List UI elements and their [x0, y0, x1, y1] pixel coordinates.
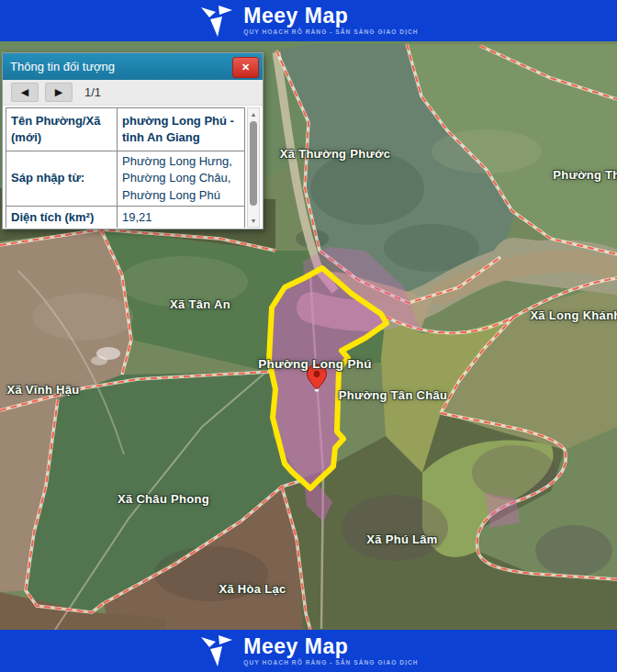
- row-label: Tên Phường/Xã (mới): [6, 108, 118, 151]
- terrain-patch: [342, 495, 448, 561]
- prev-page-button[interactable]: ◀: [11, 83, 39, 102]
- next-page-button[interactable]: ▶: [45, 83, 73, 102]
- brand-tagline: QUY HOẠCH RÕ RÀNG - SẴN SÀNG GIAO DỊCH: [243, 660, 418, 666]
- scroll-up-icon[interactable]: ▲: [248, 109, 259, 119]
- object-info-popup: Thông tin đối tượng ✕ ◀ ▶ 1/1 Tên Phường…: [2, 52, 264, 230]
- row-value: 19,21: [118, 207, 245, 228]
- row-label: Sáp nhập từ:: [6, 151, 118, 207]
- table-scrollbar[interactable]: ▲ ▼: [247, 107, 260, 228]
- popup-title: Thông tin đối tượng: [3, 60, 115, 73]
- meey-map-logo-icon: [198, 4, 235, 39]
- object-info-table: Tên Phường/Xã (mới) phường Long Phú - tỉ…: [6, 107, 245, 228]
- row-value: phường Long Phú - tỉnh An Giang: [118, 108, 245, 151]
- terrain-patch: [119, 256, 248, 308]
- meey-map-logo[interactable]: Meey Map QUY HOẠCH RÕ RÀNG - SẴN SÀNG GI…: [198, 4, 418, 39]
- popup-header: Thông tin đối tượng ✕: [3, 53, 263, 80]
- page-indicator: 1/1: [84, 85, 101, 99]
- terrain-patch: [310, 151, 424, 225]
- meey-map-app: { "header": { "brand": "Meey Map", "tagl…: [0, 0, 617, 672]
- terrain-patch: [154, 546, 268, 601]
- footer-bar: Meey Map QUY HOẠCH RÕ RÀNG - SẴN SÀNG GI…: [0, 630, 617, 672]
- row-label: Diện tích (km²): [6, 207, 118, 228]
- terrain-patch: [432, 129, 542, 174]
- terrain-patch: [535, 525, 612, 577]
- meey-map-logo-icon: [198, 633, 235, 668]
- terrain-patch: [472, 445, 556, 500]
- scroll-down-icon[interactable]: ▼: [248, 216, 259, 226]
- close-icon[interactable]: ✕: [232, 57, 259, 78]
- meey-map-logo-footer[interactable]: Meey Map QUY HOẠCH RÕ RÀNG - SẴN SÀNG GI…: [198, 633, 418, 668]
- brand-name: Meey Map: [243, 6, 348, 27]
- highlight-wash-east: [485, 493, 520, 528]
- header-bar: Meey Map QUY HOẠCH RÕ RÀNG - SẴN SÀNG GI…: [0, 0, 617, 41]
- cloud: [91, 356, 107, 365]
- brand-tagline: QUY HOẠCH RÕ RÀNG - SẴN SÀNG GIAO DỊCH: [243, 29, 418, 36]
- table-row: Sáp nhập từ: Phường Long Hưng, Phường Lo…: [6, 151, 245, 207]
- popup-table-wrap: Tên Phường/Xã (mới) phường Long Phú - tỉ…: [6, 107, 260, 228]
- table-row: Diện tích (km²) 19,21: [6, 207, 245, 228]
- terrain-patch: [32, 293, 133, 341]
- table-row: Tên Phường/Xã (mới) phường Long Phú - tỉ…: [6, 108, 245, 151]
- row-value: Phường Long Hưng, Phường Long Châu, Phườ…: [118, 151, 245, 207]
- brand-name: Meey Map: [243, 636, 348, 657]
- popup-pagination: ◀ ▶ 1/1: [3, 80, 263, 106]
- scrollbar-thumb[interactable]: [250, 121, 257, 206]
